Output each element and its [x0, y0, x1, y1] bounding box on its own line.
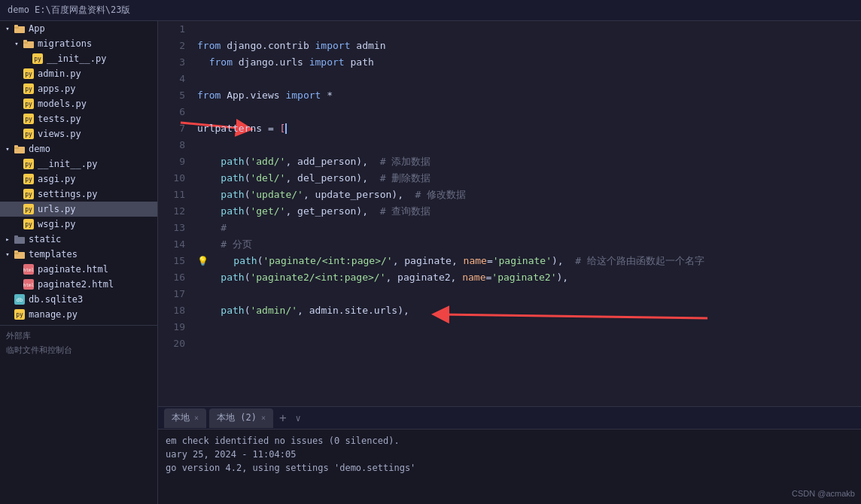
sidebar-item-urls-py[interactable]: pyurls.py — [0, 202, 157, 217]
token: , admin.site.urls), — [297, 302, 409, 319]
token: path — [197, 203, 245, 220]
line-number: 12 — [158, 203, 185, 220]
token: # 添加数据 — [368, 153, 430, 170]
py-icon: py — [23, 203, 35, 215]
html-icon: html — [23, 263, 35, 275]
line-number: 13 — [158, 220, 185, 236]
token: ( — [257, 253, 263, 269]
token: , add_person), — [285, 153, 368, 170]
token: ( — [245, 302, 251, 319]
terminal-content[interactable]: em check identified no issues (0 silence… — [158, 430, 861, 504]
sidebar-item-scratches[interactable]: 临时文件和控制台 — [0, 343, 157, 357]
code-line — [197, 71, 855, 87]
folder-open-icon — [14, 143, 26, 155]
svg-rect-20 — [14, 145, 18, 147]
terminal-tab-local2[interactable]: 本地 (2)× — [209, 408, 273, 428]
token: path — [351, 54, 374, 71]
sidebar-item-init-py-demo[interactable]: py__init__.py — [0, 156, 157, 172]
sidebar-item-label: db.sqlite3 — [29, 294, 83, 305]
sidebar-item-init-py-migrations[interactable]: py__init__.py — [0, 51, 157, 66]
terminal-tab-local1[interactable]: 本地× — [164, 408, 206, 428]
sidebar-item-label: static — [29, 234, 61, 244]
svg-text:py: py — [34, 56, 41, 62]
token: 'del/' — [250, 170, 285, 187]
sidebar-item-admin-py[interactable]: pyadmin.py — [0, 66, 157, 81]
token: urlpatterns — [197, 120, 268, 137]
code-line — [197, 335, 855, 352]
sidebar-item-tests-py[interactable]: pytests.py — [0, 111, 157, 126]
py-icon: py — [14, 308, 26, 320]
sidebar-item-views-py[interactable]: pyviews.py — [0, 126, 157, 141]
code-line: ⊟urlpatterns = [ — [197, 120, 855, 137]
line-number: 14 — [158, 236, 185, 253]
terminal-chevron-icon[interactable]: ∨ — [293, 413, 304, 424]
code-line — [197, 104, 855, 120]
code-content[interactable]: from django.contrib import admin from dj… — [191, 21, 861, 406]
token: * — [327, 87, 333, 104]
main-layout: ▾App▾migrationspy__init__.pypyadmin.pypy… — [0, 21, 861, 504]
folder-open-icon — [23, 38, 35, 50]
token: ( — [245, 187, 251, 203]
code-line: path('update/', update_person), # 修改数据 — [197, 187, 855, 203]
sidebar-item-templates-folder[interactable]: ▾templates — [0, 247, 157, 262]
terminal-add-button[interactable]: + — [276, 411, 290, 425]
line-number: 2 — [158, 38, 185, 54]
sidebar-item-models-py[interactable]: pymodels.py — [0, 96, 157, 111]
sidebar-item-wsgi-py[interactable]: pywsgi.py — [0, 217, 157, 232]
code-line: from django.urls import path — [197, 54, 855, 71]
token: # 修改数据 — [403, 187, 466, 203]
sidebar-item-apps-py[interactable]: pyapps.py — [0, 81, 157, 96]
token: # 分页 — [197, 236, 252, 253]
sidebar-item-manage-py[interactable]: pymanage.py — [0, 307, 157, 322]
folder-arrow-icon: ▾ — [3, 250, 12, 259]
sidebar-item-demo-folder[interactable]: ▾demo — [0, 141, 157, 156]
folder-arrow-icon: ▾ — [12, 39, 21, 48]
sidebar-item-db-sqlite[interactable]: dbdb.sqlite3 — [0, 292, 157, 307]
token: 'paginate2' — [491, 269, 556, 286]
folder-open-icon — [14, 248, 26, 260]
line-number: 1 — [158, 21, 185, 38]
sidebar-item-paginate-html[interactable]: htmlpaginate.html — [0, 262, 157, 277]
token: ( — [245, 170, 251, 187]
sidebar-item-settings-py[interactable]: pysettings.py — [0, 187, 157, 202]
token: = — [268, 120, 280, 137]
token: [ — [280, 120, 286, 137]
token: from — [197, 87, 227, 104]
token: , update_person), — [303, 187, 403, 203]
line-number: 9 — [158, 153, 185, 170]
sidebar-item-migrations-folder[interactable]: ▾migrations — [0, 36, 157, 51]
svg-text:py: py — [25, 161, 32, 168]
sidebar-item-label: demo — [29, 144, 50, 154]
token: = — [487, 253, 493, 269]
token: # — [197, 220, 227, 236]
py-icon: py — [23, 98, 35, 110]
sidebar-item-app-folder[interactable]: ▾App — [0, 21, 157, 36]
token: = — [486, 269, 492, 286]
token: # 查询数据 — [368, 203, 430, 220]
lightbulb-icon[interactable]: 💡 — [197, 253, 208, 269]
line-number: 18 — [158, 302, 185, 319]
code-line: 💡 path('paginate/<int:page>/', paginate,… — [197, 253, 855, 269]
sidebar-item-static-folder[interactable]: ▸static — [0, 232, 157, 247]
line-numbers: 1234567891011121314151617181920 — [158, 21, 191, 406]
sidebar-item-paginate2-html[interactable]: htmlpaginate2.html — [0, 277, 157, 292]
token: App.views — [227, 87, 285, 104]
sidebar-item-external-libs[interactable]: 外部库 — [0, 329, 157, 343]
sidebar-item-asgi-py[interactable]: pyasgi.py — [0, 172, 157, 187]
line-number: 11 — [158, 187, 185, 203]
py-icon: py — [23, 83, 35, 95]
html-icon: html — [23, 278, 35, 290]
sidebar-item-label: settings.py — [38, 189, 97, 199]
terminal-tab-close-icon[interactable]: × — [261, 414, 266, 422]
token: 'paginate' — [493, 253, 552, 269]
svg-rect-32 — [14, 235, 18, 238]
svg-text:html: html — [23, 267, 34, 272]
token: ), — [552, 253, 564, 269]
code-line — [197, 319, 855, 335]
terminal-tab-close-icon[interactable]: × — [194, 414, 199, 422]
token: 'paginate2/<int:page>/' — [250, 269, 385, 286]
line-number: 8 — [158, 137, 185, 153]
sidebar-item-label: App — [29, 23, 45, 34]
py-icon: py — [23, 128, 35, 140]
code-editor[interactable]: 1234567891011121314151617181920 — [158, 21, 861, 406]
